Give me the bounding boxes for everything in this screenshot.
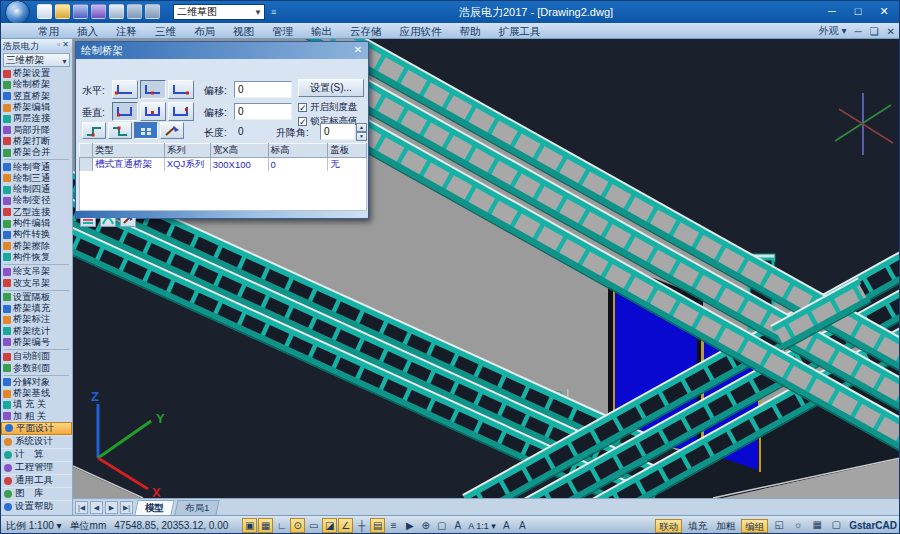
- ribbon-tab-8[interactable]: 输出: [302, 23, 341, 39]
- settings-button[interactable]: 设置(S)...: [298, 79, 364, 97]
- riser-down-button[interactable]: [108, 122, 132, 139]
- workspace-combo[interactable]: 二维草图 ▼: [173, 4, 265, 20]
- sheet-nav-icon-3[interactable]: ▶: [105, 501, 118, 514]
- properties-icon[interactable]: ≡: [386, 518, 401, 533]
- ribbon-tab-6[interactable]: 视图: [224, 23, 263, 39]
- ribbon-tab-4[interactable]: 三维: [146, 23, 185, 39]
- row-selector[interactable]: [80, 158, 93, 172]
- ribbon-tab-9[interactable]: 云存储: [341, 23, 391, 39]
- toolbar-overflow-icon[interactable]: ≡: [271, 7, 283, 17]
- viewport-icon[interactable]: ▢: [434, 518, 449, 533]
- status-chip-联动[interactable]: 联动: [655, 519, 682, 533]
- ribbon-tab-12[interactable]: 扩展工具: [490, 23, 550, 39]
- open-file-icon[interactable]: [55, 4, 70, 19]
- sidebar-item[interactable]: 桥架编号: [1, 337, 72, 348]
- ducs-icon[interactable]: ∠: [338, 518, 353, 533]
- annotation-icon[interactable]: A: [450, 518, 465, 533]
- v-duct-right-button[interactable]: [168, 102, 194, 121]
- sidebar-item[interactable]: 桥架标注: [1, 314, 72, 325]
- palette-pin-icon[interactable]: ▫: [57, 40, 60, 49]
- sidebar-item[interactable]: 填 充 关: [1, 399, 72, 410]
- sidebar-mode-item[interactable]: 工程管理: [1, 461, 72, 474]
- close-button[interactable]: ✕: [871, 1, 897, 21]
- plot-icon[interactable]: [109, 4, 124, 19]
- scale-dropdown[interactable]: 比例 1:100 ▾: [6, 519, 62, 533]
- tray-table-cell[interactable]: 0: [268, 158, 328, 172]
- dial-checkbox[interactable]: ✓ 开启刻度盘: [298, 101, 358, 114]
- tray-table-cell[interactable]: 无: [328, 158, 367, 172]
- v-duct-mid-button[interactable]: [140, 102, 166, 121]
- spin-up-icon[interactable]: ▲: [356, 123, 367, 132]
- sidebar-item[interactable]: 构件编辑: [1, 218, 72, 229]
- clean-screen-icon[interactable]: ◱: [771, 518, 787, 533]
- polar-icon[interactable]: ⊙: [290, 518, 305, 533]
- sidebar-item[interactable]: 两层连接: [1, 113, 72, 124]
- sidebar-mode-item[interactable]: 平面设计: [1, 422, 72, 435]
- spin-down-icon[interactable]: ▼: [356, 132, 367, 141]
- sheet-nav-icon-1[interactable]: |◀: [75, 501, 88, 514]
- fullscreen-icon[interactable]: ▢: [828, 518, 844, 533]
- v-duct-left-button[interactable]: [112, 102, 138, 121]
- sidebar-mode-item[interactable]: 通用工具: [1, 474, 72, 487]
- lwt-icon[interactable]: ▤: [370, 518, 385, 533]
- grid-icon[interactable]: ▦: [258, 518, 273, 533]
- sidebar-mode-item[interactable]: 系统设计: [1, 435, 72, 448]
- sheet-tab-模型[interactable]: 模型: [134, 500, 174, 515]
- sidebar-item[interactable]: 乙型连接: [1, 207, 72, 218]
- sidebar-item[interactable]: 桥架填充: [1, 303, 72, 314]
- tray-table-cell[interactable]: 300X100: [210, 158, 268, 172]
- ribbon-close-icon[interactable]: ✕: [887, 26, 895, 37]
- palette-close-icon[interactable]: ✕: [62, 40, 69, 49]
- h-elbow-left-button[interactable]: [112, 80, 138, 99]
- sheet-tab-布局1[interactable]: 布局1: [174, 500, 219, 515]
- angle-input[interactable]: 0: [320, 123, 355, 140]
- save-as-icon[interactable]: [91, 4, 106, 19]
- save-icon[interactable]: [73, 4, 88, 19]
- sidebar-item[interactable]: 桥架编辑: [1, 102, 72, 113]
- sidebar-item[interactable]: 竖直桥架: [1, 91, 72, 102]
- sidebar-item[interactable]: 绘制四通: [1, 184, 72, 195]
- sidebar-mode-item[interactable]: 计 算: [1, 448, 72, 461]
- sidebar-item[interactable]: 构件恢复: [1, 252, 72, 263]
- sidebar-item[interactable]: 分解对象: [1, 377, 72, 388]
- annotation-autoscale-icon[interactable]: A: [515, 518, 530, 533]
- sidebar-item[interactable]: 参数剖面: [1, 362, 72, 373]
- sidebar-mode-item[interactable]: 设置帮助: [1, 500, 72, 513]
- sidebar-item[interactable]: 绘制三通: [1, 173, 72, 184]
- dialog-title-bar[interactable]: 绘制桥架 ✕: [76, 42, 368, 59]
- sidebar-mode-item[interactable]: 图 库: [1, 487, 72, 500]
- annotation-visibility-icon[interactable]: A: [499, 518, 514, 533]
- sidebar-item[interactable]: 桥架合并: [1, 147, 72, 158]
- redo-icon[interactable]: [145, 4, 160, 19]
- undo-icon[interactable]: [127, 4, 142, 19]
- app-logo-icon[interactable]: [5, 0, 30, 25]
- sidebar-item[interactable]: 绘制桥架: [1, 79, 72, 90]
- tray-table[interactable]: 类型系列宽X高标高盖板槽式直通桥架XQJ系列300X1000无: [79, 143, 367, 172]
- osnap-icon[interactable]: ▭: [306, 518, 321, 533]
- ribbon-tab-1[interactable]: 常用: [29, 23, 68, 39]
- ribbon-tab-10[interactable]: 应用软件: [391, 23, 451, 39]
- appearance-dropdown[interactable]: 外观 ▾: [819, 24, 847, 38]
- ortho-mode-button[interactable]: [134, 122, 158, 139]
- sidebar-item[interactable]: 设置隔板: [1, 292, 72, 303]
- sidebar-item[interactable]: 桥架打断: [1, 136, 72, 147]
- ribbon-tab-11[interactable]: 帮助: [451, 23, 490, 39]
- h-elbow-right-button[interactable]: [168, 80, 194, 99]
- otrack-icon[interactable]: ◪: [322, 518, 337, 533]
- ribbon-tab-5[interactable]: 布局: [185, 23, 224, 39]
- status-chip-编组[interactable]: 编组: [741, 519, 768, 533]
- offset-v-input[interactable]: 0: [234, 103, 292, 120]
- ribbon-tab-7[interactable]: 管理: [263, 23, 302, 39]
- tray-table-cell[interactable]: XQJ系列: [164, 158, 210, 172]
- h-elbow-mid-button[interactable]: [140, 80, 166, 99]
- tray-table-cell[interactable]: 槽式直通桥架: [92, 158, 164, 172]
- sheet-nav-icon-4[interactable]: ▶|: [120, 501, 133, 514]
- select-cursor-icon[interactable]: ▶: [402, 518, 417, 533]
- maximize-button[interactable]: □: [845, 1, 871, 21]
- status-chip-加粗[interactable]: 加粗: [713, 519, 738, 533]
- ribbon-tab-3[interactable]: 注释: [107, 23, 146, 39]
- tray-table-row[interactable]: 槽式直通桥架XQJ系列300X1000无: [80, 158, 367, 172]
- sidebar-item[interactable]: 桥架设置: [1, 68, 72, 79]
- dialog-close-icon[interactable]: ✕: [351, 43, 365, 57]
- render-icon[interactable]: ▦: [809, 518, 825, 533]
